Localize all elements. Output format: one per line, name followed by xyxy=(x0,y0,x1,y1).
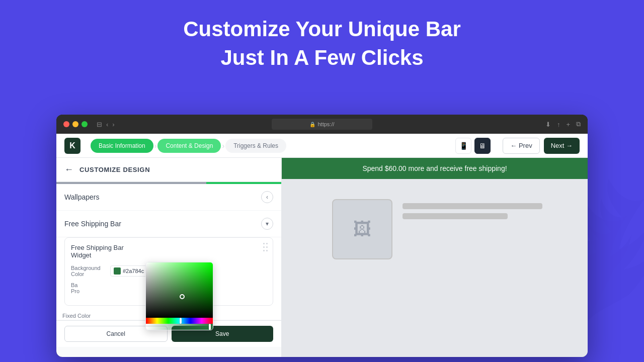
desktop-view-button[interactable]: 🖥 xyxy=(474,138,491,154)
product-line-2 xyxy=(403,213,508,219)
share-icon[interactable]: ↑ xyxy=(557,121,560,128)
bg-progress-label: BaPro xyxy=(71,282,106,294)
browser-chrome: ⊟ ‹ › 🔒 https:// ⬇ ↑ + ⧉ xyxy=(56,115,588,134)
main-content: ← CUSTOMIZE DESIGN Wallpapers ‹ Free Shi… xyxy=(56,158,588,357)
step-basic-info[interactable]: Basic Information xyxy=(91,139,153,153)
bg-color-value: #2a784c xyxy=(123,268,144,274)
progress-tab-1 xyxy=(56,182,131,184)
step-arrow-2: › xyxy=(222,142,224,150)
chrome-right-icons: ⬇ ↑ + ⧉ xyxy=(545,120,581,128)
app-logo: K xyxy=(64,138,80,154)
opacity-bar[interactable] xyxy=(146,324,213,330)
hue-cursor xyxy=(180,318,182,324)
close-button[interactable] xyxy=(63,121,69,127)
next-button[interactable]: Next → xyxy=(544,138,580,154)
widget-title: Free Shipping BarWidget xyxy=(71,244,267,259)
product-image-placeholder: 🖼 xyxy=(332,199,392,259)
widget-card: Free Shipping BarWidget BackgroundColor … xyxy=(64,237,273,306)
fixed-color-text: Fixed Color xyxy=(62,313,91,319)
traffic-lights xyxy=(63,121,88,127)
hero-line2: Just In A Few Clicks xyxy=(221,46,424,69)
drag-handle[interactable] xyxy=(263,243,268,251)
step-triggers-rules[interactable]: Triggers & Rules xyxy=(225,139,286,153)
back-icon[interactable]: ‹ xyxy=(106,121,108,128)
nav-icons: ⊟ ‹ › xyxy=(97,121,115,128)
bg-color-input[interactable]: #2a784c xyxy=(110,265,147,277)
gradient-cursor[interactable] xyxy=(180,294,185,299)
panel-header: ← CUSTOMIZE DESIGN xyxy=(56,158,281,182)
tabs-icon[interactable]: ⧉ xyxy=(576,120,581,128)
right-preview: Spend $60.00 more and receive free shipp… xyxy=(282,158,588,357)
wallpapers-toggle[interactable]: ‹ xyxy=(261,191,273,203)
hero-line1: Customize Your Unique Bar xyxy=(183,17,461,41)
wallpapers-section[interactable]: Wallpapers ‹ xyxy=(56,184,281,211)
gradient-overlay xyxy=(146,262,213,318)
url-text: https:// xyxy=(317,121,334,127)
app-bar: K Basic Information › Content & Design ›… xyxy=(56,134,588,158)
new-tab-icon[interactable]: + xyxy=(566,121,570,128)
free-shipping-bar-section[interactable]: Free Shipping Bar ▾ xyxy=(56,211,281,237)
back-arrow-icon[interactable]: ← xyxy=(64,164,73,175)
nav-buttons: ← Prev Next → xyxy=(503,138,580,154)
prev-button[interactable]: ← Prev xyxy=(503,138,539,154)
bg-color-swatch xyxy=(114,267,121,275)
download-icon[interactable]: ⬇ xyxy=(545,121,551,128)
opacity-cursor xyxy=(209,324,211,330)
banner-text: Spend $60.00 more and receive free shipp… xyxy=(362,164,507,172)
bg-color-label: BackgroundColor xyxy=(71,265,106,277)
sidebar-icon[interactable]: ⊟ xyxy=(97,121,102,128)
mobile-view-button[interactable]: 📱 xyxy=(455,138,471,154)
panel-title: CUSTOMIZE DESIGN xyxy=(79,166,150,173)
placeholder-icon: 🖼 xyxy=(353,219,371,240)
lock-icon: 🔒 xyxy=(309,122,315,127)
step-arrow-1: › xyxy=(154,142,157,150)
progress-tab-2 xyxy=(131,182,206,184)
free-shipping-toggle[interactable]: ▾ xyxy=(261,218,273,230)
product-info-lines xyxy=(403,189,578,223)
step-content-design[interactable]: Content & Design xyxy=(157,139,221,153)
free-shipping-bar-label: Free Shipping Bar xyxy=(64,220,121,228)
forward-icon[interactable]: › xyxy=(112,121,114,128)
device-icons: 📱 🖥 xyxy=(455,138,491,154)
color-picker-popup[interactable] xyxy=(145,262,213,330)
color-section: Free Shipping BarWidget BackgroundColor … xyxy=(56,237,281,320)
preview-content: 🖼 xyxy=(282,179,588,357)
gradient-area[interactable] xyxy=(146,262,213,318)
browser-window: ⊟ ‹ › 🔒 https:// ⬇ ↑ + ⧉ K Basic Informa… xyxy=(56,115,588,357)
hero-section: Customize Your Unique Bar Just In A Few … xyxy=(0,15,644,72)
wallpapers-label: Wallpapers xyxy=(64,193,100,201)
maximize-button[interactable] xyxy=(82,121,88,127)
nav-steps: Basic Information › Content & Design › T… xyxy=(91,139,286,153)
product-line-1 xyxy=(403,203,542,209)
address-bar[interactable]: 🔒 https:// xyxy=(272,119,372,130)
progress-tabs xyxy=(56,182,281,184)
progress-tab-3 xyxy=(206,182,281,184)
left-panel: ← CUSTOMIZE DESIGN Wallpapers ‹ Free Shi… xyxy=(56,158,282,357)
minimize-button[interactable] xyxy=(72,121,78,127)
hue-bar[interactable] xyxy=(146,318,213,324)
free-shipping-banner: Spend $60.00 more and receive free shipp… xyxy=(282,158,588,179)
